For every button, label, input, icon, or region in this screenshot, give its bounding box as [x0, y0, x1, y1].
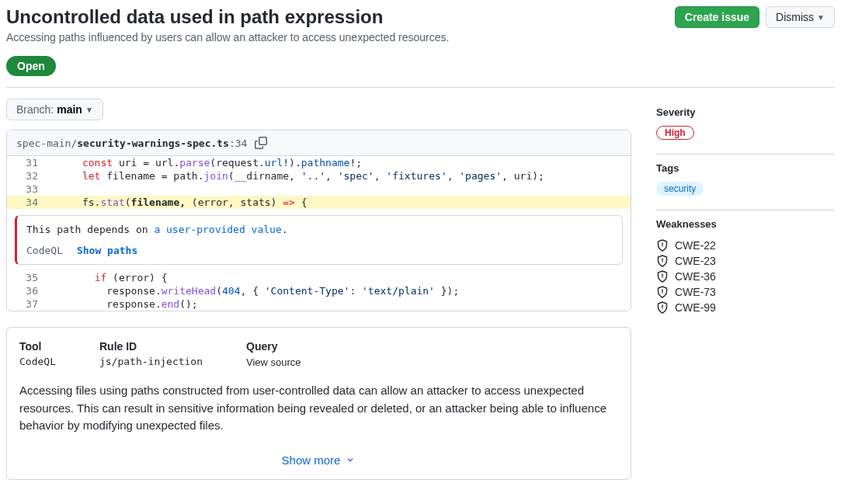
weaknesses-heading: Weaknesses: [656, 218, 835, 230]
line-number: 37: [7, 297, 46, 311]
weakness-item[interactable]: CWE-36: [656, 269, 835, 284]
dismiss-button[interactable]: Dismiss ▼: [766, 6, 835, 28]
shield-icon: [656, 286, 669, 298]
meta-rule: Rule ID js/path-injection: [99, 340, 203, 368]
chevron-down-icon: [345, 454, 356, 465]
shield-icon: [656, 255, 669, 267]
alert-link[interactable]: a user-provided value: [154, 224, 281, 235]
alert-suffix: .: [282, 224, 288, 235]
code-line: 37 response.end();: [7, 297, 631, 311]
file-dir: spec-main/: [16, 137, 77, 149]
caret-down-icon: ▼: [817, 13, 825, 22]
details-text: Accessing files using paths constructed …: [19, 382, 618, 435]
weakness-item[interactable]: CWE-99: [656, 300, 835, 315]
alert-prefix: This path depends on: [26, 224, 154, 235]
file-path-row: spec-main/security-warnings-spec.ts:34: [7, 130, 631, 156]
weakness-item[interactable]: CWE-22: [656, 238, 835, 253]
weakness-label: CWE-36: [675, 270, 716, 283]
line-number: 32: [7, 169, 46, 182]
show-paths-button[interactable]: Show paths: [77, 245, 137, 256]
weakness-label: CWE-23: [675, 255, 716, 267]
code-line: 36 response.writeHead(404, { 'Content-Ty…: [7, 284, 631, 297]
weaknesses-section: Weaknesses CWE-22 CWE-23 CWE-36 CWE-73: [656, 210, 835, 329]
create-issue-button[interactable]: Create issue: [675, 6, 759, 28]
weakness-label: CWE-73: [675, 286, 716, 298]
divider: [6, 87, 835, 88]
meta-label: Query: [246, 340, 301, 353]
file-line: :34: [229, 137, 247, 149]
meta-query: Query View source: [246, 340, 301, 368]
alert-box: This path depends on a user-provided val…: [15, 215, 623, 265]
dismiss-label: Dismiss: [776, 11, 814, 23]
code-snippet: spec-main/security-warnings-spec.ts:34 3…: [6, 130, 631, 311]
line-number: 35: [7, 271, 46, 284]
details-box: Tool CodeQL Rule ID js/path-injection Qu…: [6, 327, 631, 480]
file-name: security-warnings-spec.ts: [77, 137, 229, 149]
code-line: 35 if (error) {: [7, 271, 631, 284]
meta-label: Rule ID: [99, 340, 203, 353]
weakness-label: CWE-22: [675, 239, 716, 252]
branch-label: Branch:: [16, 103, 54, 116]
line-number: 36: [7, 284, 46, 297]
page-subtitle: Accessing paths influenced by users can …: [6, 31, 449, 43]
tags-section: Tags security: [656, 155, 835, 210]
svg-point-8: [662, 308, 662, 309]
severity-heading: Severity: [656, 106, 835, 118]
show-more-label: Show more: [282, 454, 341, 467]
svg-point-6: [662, 293, 662, 294]
code-line: 33: [7, 182, 631, 196]
meta-label: Tool: [19, 340, 56, 353]
meta-tool: Tool CodeQL: [19, 340, 56, 368]
svg-point-0: [662, 246, 662, 247]
alert-tool: CodeQL: [26, 245, 63, 256]
branch-name: main: [57, 103, 82, 116]
show-more-button[interactable]: Show more: [19, 446, 618, 467]
branch-selector[interactable]: Branch: main ▼: [6, 99, 103, 120]
shield-icon: [656, 301, 669, 314]
weakness-item[interactable]: CWE-73: [656, 284, 835, 300]
code-line: 31 const uri = url.parse(request.url!).p…: [7, 156, 631, 169]
alert-message: This path depends on a user-provided val…: [26, 224, 613, 235]
tag-chip[interactable]: security: [656, 182, 704, 196]
weakness-label: CWE-99: [675, 301, 716, 314]
line-number: 34: [7, 196, 46, 209]
svg-point-4: [662, 277, 662, 278]
shield-icon: [656, 239, 669, 252]
meta-value: js/path-injection: [99, 356, 203, 367]
code-line-highlighted: 34 fs.stat(filename, (error, stats) => {: [7, 196, 631, 209]
svg-point-2: [662, 262, 662, 262]
code-line: 32 let filename = path.join(__dirname, '…: [7, 169, 631, 182]
severity-section: Severity High: [656, 99, 835, 155]
status-badge: Open: [6, 56, 56, 76]
page-title: Uncontrolled data used in path expressio…: [6, 6, 449, 28]
copy-icon[interactable]: [255, 137, 267, 149]
meta-value: CodeQL: [19, 356, 56, 367]
shield-icon: [656, 270, 669, 283]
tags-heading: Tags: [656, 162, 835, 174]
severity-badge: High: [656, 126, 694, 140]
weakness-item[interactable]: CWE-23: [656, 253, 835, 269]
line-number: 33: [7, 182, 46, 196]
view-source-link[interactable]: View source: [246, 356, 301, 368]
line-number: 31: [7, 156, 46, 169]
caret-down-icon: ▼: [85, 106, 93, 114]
